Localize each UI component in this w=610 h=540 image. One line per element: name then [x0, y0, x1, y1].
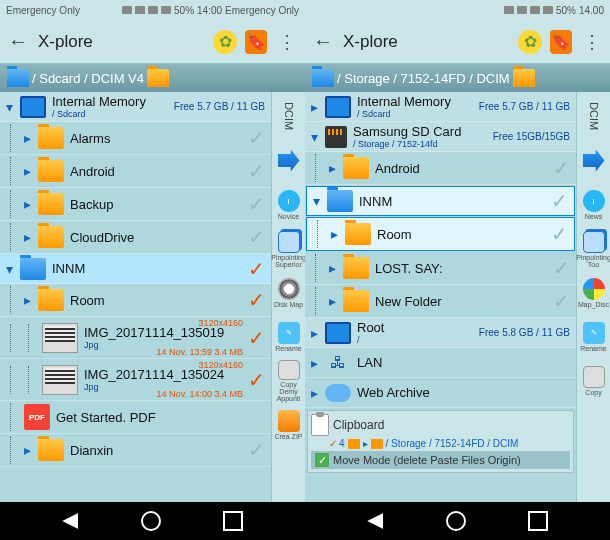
path-bar[interactable]: / Storage / 7152-14FD / DCIM — [305, 64, 610, 92]
nav-home-button[interactable] — [446, 511, 466, 531]
tool-novice[interactable]: iNovice — [274, 184, 304, 226]
tool-superior[interactable]: Pinpointing Superior — [274, 228, 304, 270]
folder-alarms[interactable]: ▸Alarms✓ — [0, 122, 271, 155]
check-icon[interactable]: ✓ — [245, 368, 267, 392]
storage-root[interactable]: ▸Root/Free 5.8 GB / 11 GB — [305, 318, 576, 348]
storage-internal[interactable]: ▾ Internal Memory/ Sdcard Free 5.7 GB / … — [0, 92, 271, 122]
folder-backup[interactable]: ▸Backup✓ — [0, 188, 271, 221]
check-icon[interactable]: ✓ — [245, 192, 267, 216]
storage-internal[interactable]: ▸Internal Memory/ SdcardFree 5.7 GB / 11… — [305, 92, 576, 122]
tool-dcim[interactable]: DCIM — [274, 96, 304, 138]
check-icon[interactable]: ✓ — [550, 256, 572, 280]
storage-free: Free 5.8 GB / 11 GB — [479, 327, 572, 338]
arrow-right-icon — [278, 150, 300, 172]
checkbox-icon[interactable]: ✓ — [315, 453, 329, 467]
nav-recent-button[interactable] — [528, 511, 548, 531]
folder-android[interactable]: ▸Android✓ — [305, 152, 576, 185]
storage-sub: / Storage / 7152-14fd — [353, 139, 493, 149]
file-img2[interactable]: IMG_20171114_135024Jpg3120x416014 Nov. 1… — [0, 359, 271, 401]
tool-label: Copy Demy Appunti — [274, 381, 304, 402]
menu-icon[interactable]: ⋮ — [275, 30, 299, 54]
nav-back-button[interactable] — [62, 513, 78, 529]
check-icon[interactable]: ✓ — [245, 126, 267, 150]
tool-copy[interactable]: Copy Demy Appunti — [274, 360, 304, 402]
folder-android[interactable]: ▸Android✓ — [0, 155, 271, 188]
path-text: / Storage / 7152-14FD / DCIM — [337, 71, 510, 86]
storage-title: Root — [357, 320, 384, 335]
folder-clouddrive[interactable]: ▸CloudDrive✓ — [0, 221, 271, 254]
collapse-icon[interactable]: ▾ — [6, 99, 20, 115]
pencil-icon: ✎ — [583, 322, 605, 344]
check-icon[interactable]: ✓ — [548, 222, 570, 246]
stack-icon — [583, 231, 605, 253]
tool-too[interactable]: Pinpointing Too — [579, 228, 609, 270]
item-lan[interactable]: ▸🖧LAN — [305, 348, 576, 378]
tool-dcim[interactable]: DCIM — [579, 96, 609, 138]
bookmark-icon[interactable]: 🔖 — [550, 30, 572, 54]
battery-icon — [543, 6, 553, 14]
tool-news[interactable]: iNews — [579, 184, 609, 226]
folder-innm[interactable]: ▾INNM✓ — [306, 186, 575, 216]
app-title: X-plore — [343, 32, 510, 52]
folder-label: Room — [70, 293, 245, 308]
folder-label: Android — [375, 161, 550, 176]
menu-icon[interactable]: ⋮ — [580, 30, 604, 54]
arrow-right-icon — [583, 150, 605, 172]
text-icon: DCIM — [583, 99, 605, 135]
shield-icon[interactable]: ✿ — [518, 30, 542, 54]
folder-icon — [7, 69, 29, 87]
back-button[interactable]: ← — [311, 30, 335, 54]
file-list: ▸Internal Memory/ SdcardFree 5.7 GB / 11… — [305, 92, 576, 502]
check-icon[interactable]: ✓ — [245, 288, 267, 312]
file-pdf[interactable]: PDFGet Started. PDF — [0, 401, 271, 434]
folder-label: INNM — [359, 194, 548, 209]
tool-rename[interactable]: ✎Rename — [274, 316, 304, 358]
tool-createzip[interactable]: Crea ZIP — [274, 404, 304, 446]
check-icon[interactable]: ✓ — [548, 189, 570, 213]
nav-back-button[interactable] — [367, 513, 383, 529]
item-webarchive[interactable]: ▸Web Archive — [305, 378, 576, 408]
tool-label: News — [585, 213, 603, 220]
folder-newfolder[interactable]: ▸New Folder✓ — [305, 285, 576, 318]
toolbar: ← X-plore ✿ 🔖 ⋮ — [0, 20, 305, 64]
path-bar[interactable]: / Sdcard / DCIM V4 — [0, 64, 305, 92]
vibrate-icon — [517, 6, 527, 14]
shield-icon[interactable]: ✿ — [213, 30, 237, 54]
back-button[interactable]: ← — [6, 30, 30, 54]
check-icon[interactable]: ✓ — [245, 225, 267, 249]
check-icon[interactable]: ✓ — [245, 159, 267, 183]
folder-lost[interactable]: ▸LOST. SAY:✓ — [305, 252, 576, 285]
tool-label: Pinpointing Superior — [271, 254, 305, 268]
check-icon[interactable]: ✓ — [245, 326, 267, 350]
tool-arrow[interactable] — [579, 140, 609, 182]
nfc-icon — [122, 6, 132, 14]
tool-mapdisc[interactable]: Map_Disc — [579, 272, 609, 314]
tool-rename[interactable]: ✎Rename — [579, 316, 609, 358]
file-name: Get Started. PDF — [56, 410, 267, 425]
statusbar: 50% 14.00 — [305, 0, 610, 20]
bookmark-icon[interactable]: 🔖 — [245, 30, 267, 54]
folder-dianxin[interactable]: ▸Dianxin✓ — [0, 434, 271, 467]
storage-sdcard[interactable]: ▾Samsung SD Card/ Storage / 7152-14fdFre… — [305, 122, 576, 152]
check-icon[interactable]: ✓ — [245, 257, 267, 281]
file-dim: 3120x4160 — [198, 318, 243, 328]
folder-room[interactable]: ▸Room✓ — [306, 217, 575, 251]
tool-diskmap[interactable]: Disk Map — [274, 272, 304, 314]
clipboard-title: Clipboard — [333, 418, 384, 432]
nav-recent-button[interactable] — [223, 511, 243, 531]
folder-room[interactable]: ▸Room✓ — [0, 284, 271, 317]
check-icon[interactable]: ✓ — [550, 289, 572, 313]
file-img1[interactable]: IMG_20171114_135019Jpg3120x416014 Nov. 1… — [0, 317, 271, 359]
check-icon[interactable]: ✓ — [245, 438, 267, 462]
screen-right: 50% 14.00 ← X-plore ✿ 🔖 ⋮ / Storage / 71… — [305, 0, 610, 540]
nav-home-button[interactable] — [141, 511, 161, 531]
folder-innm[interactable]: ▾INNM✓ — [0, 254, 271, 284]
clipboard-panel[interactable]: Clipboard ✓4 ▸/ Storage / 7152-14FD / DC… — [307, 410, 574, 473]
tool-arrow[interactable] — [274, 140, 304, 182]
folder-icon — [38, 127, 64, 149]
tool-copy[interactable]: Copy — [579, 360, 609, 402]
folder-icon — [38, 226, 64, 248]
storage-title: Internal Memory — [52, 94, 146, 109]
info-icon: i — [278, 190, 300, 212]
check-icon[interactable]: ✓ — [550, 156, 572, 180]
